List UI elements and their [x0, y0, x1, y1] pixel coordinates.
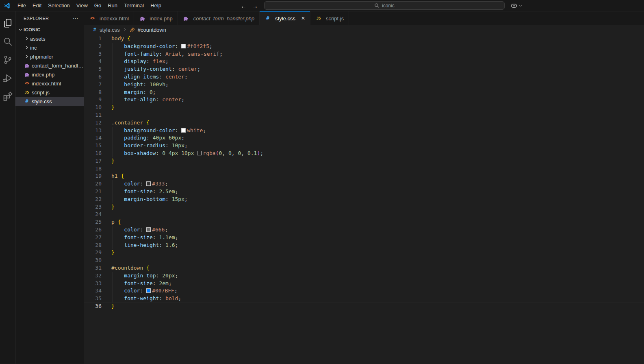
code-editor[interactable]: 1body {2 background-color: #f0f2f5;3 fon…	[84, 34, 644, 364]
activity-explorer[interactable]	[0, 14, 15, 32]
code-line: 13 background-color: white;	[84, 127, 644, 135]
code-line: 20 color: #333;	[84, 180, 644, 188]
tab-style-css[interactable]: #style.css✕	[260, 11, 310, 25]
line-content: }	[111, 104, 115, 111]
code-line: 4 display: flex;	[84, 58, 644, 65]
sidebar-file-index-php[interactable]: index.php	[15, 70, 84, 79]
menu-go[interactable]: Go	[91, 0, 104, 11]
copilot-icon	[511, 2, 517, 9]
php-elephant-icon	[24, 72, 30, 78]
menu-help[interactable]: Help	[147, 0, 165, 11]
color-swatch[interactable]	[146, 227, 151, 232]
file-tree: assetsincphpmailercontact_form_handler..…	[15, 34, 84, 106]
line-number: 18	[84, 165, 102, 173]
color-swatch[interactable]	[181, 44, 186, 48]
html-file-icon: <>	[24, 81, 30, 85]
sidebar-file-script-js[interactable]: JSscript.js	[15, 88, 84, 97]
line-number: 7	[84, 81, 102, 89]
command-center-text: iconic	[382, 3, 395, 9]
chevron-down-icon	[518, 4, 523, 8]
indent-guide	[113, 180, 113, 203]
close-tab-icon[interactable]: ✕	[301, 15, 305, 21]
tab-script-js[interactable]: JSscript.js	[310, 11, 349, 25]
line-content: text-align: center;	[111, 96, 184, 104]
line-content: color: #333;	[111, 180, 168, 188]
activity-bar	[0, 11, 15, 364]
file-label: indexxx.html	[32, 81, 61, 87]
line-number: 13	[84, 127, 102, 135]
tab-indexxx-html[interactable]: <>indexxx.html	[84, 11, 134, 25]
line-number: 6	[84, 73, 102, 81]
more-actions-icon[interactable]: ⋯	[73, 15, 79, 22]
sidebar-folder-phpmailer[interactable]: phpmailer	[15, 52, 84, 61]
line-content: #countdown {	[111, 264, 150, 272]
command-center-search[interactable]: iconic	[264, 1, 505, 10]
line-number: 32	[84, 272, 102, 280]
line-content: padding: 40px 60px;	[111, 134, 184, 142]
menu-terminal[interactable]: Terminal	[121, 0, 147, 11]
line-content: body {	[111, 35, 130, 43]
forward-arrow-icon[interactable]: →	[252, 2, 258, 9]
tab-label: style.css	[275, 15, 295, 22]
color-swatch[interactable]	[181, 128, 186, 133]
code-line: 34 color: #007BFF;	[84, 287, 644, 295]
copilot-button[interactable]	[511, 0, 523, 11]
sidebar-root-folder[interactable]: ICONIC	[15, 25, 84, 34]
color-swatch[interactable]	[146, 181, 151, 186]
color-swatch[interactable]	[197, 151, 202, 155]
activity-source-control[interactable]	[0, 50, 15, 69]
files-icon	[3, 18, 13, 28]
history-navigation: ← →	[241, 0, 258, 11]
file-label: index.php	[32, 72, 54, 78]
php-elephant-icon	[24, 63, 30, 69]
css-file-icon: #	[91, 27, 98, 32]
sidebar-folder-inc[interactable]: inc	[15, 43, 84, 52]
line-number: 30	[84, 257, 102, 264]
code-line: 5 justify-content: center;	[84, 65, 644, 73]
menu-file[interactable]: File	[14, 0, 29, 11]
tab-strip: <>indexxx.htmlindex.phpcontact_form_hand…	[84, 11, 644, 25]
line-number: 8	[84, 89, 102, 96]
line-content: }	[111, 157, 115, 165]
menu-selection[interactable]: Selection	[45, 0, 73, 11]
sidebar-file-style-css[interactable]: #style.css	[15, 97, 84, 106]
line-content: align-items: center;	[111, 73, 188, 81]
line-content: font-size: 2em;	[111, 280, 172, 288]
back-arrow-icon[interactable]: ←	[241, 2, 247, 9]
menu-edit[interactable]: Edit	[29, 0, 45, 11]
sidebar-file-indexxx-html[interactable]: <>indexxx.html	[15, 79, 84, 88]
explorer-sidebar: EXPLORER ⋯ ICONIC assetsincphpmailercont…	[15, 11, 84, 364]
line-content: background-color: #f0f2f5;	[111, 43, 212, 50]
activity-search[interactable]	[0, 32, 15, 50]
breadcrumb-file[interactable]: style.css	[100, 27, 120, 33]
breadcrumb-symbol[interactable]: #countdown	[138, 27, 166, 33]
sidebar-file-contact-form-handler-[interactable]: contact_form_handler...	[15, 61, 84, 70]
root-folder-label: ICONIC	[24, 27, 40, 32]
code-line: 22 margin-bottom: 15px;	[84, 196, 644, 203]
code-line: 32 margin-top: 20px;	[84, 272, 644, 280]
menu-bar: FileEditSelectionViewGoRunTerminalHelp	[14, 0, 165, 11]
line-number: 3	[84, 50, 102, 58]
line-content: border-radius: 10px;	[111, 142, 188, 150]
css-file-icon: #	[24, 99, 30, 104]
line-number: 19	[84, 172, 102, 180]
line-content: box-shadow: 0 4px 10px rgba(0, 0, 0, 0.1…	[111, 150, 263, 157]
activity-extensions[interactable]	[0, 87, 15, 105]
tab-contact-form-handler-php[interactable]: contact_form_handler.php	[178, 11, 260, 25]
line-number: 11	[84, 111, 102, 119]
css-rule-symbol-icon	[130, 27, 135, 33]
extensions-icon	[3, 92, 13, 101]
code-line: 35 font-weight: bold;	[84, 295, 644, 303]
menu-view[interactable]: View	[73, 0, 91, 11]
tab-index-php[interactable]: index.php	[134, 11, 178, 25]
title-bar: FileEditSelectionViewGoRunTerminalHelp ←…	[0, 0, 644, 11]
line-content: font-weight: bold;	[111, 295, 181, 303]
menu-run[interactable]: Run	[104, 0, 121, 11]
activity-run-debug[interactable]	[0, 69, 15, 87]
code-line: 18	[84, 165, 644, 173]
js-file-icon: JS	[24, 91, 30, 94]
sidebar-folder-assets[interactable]: assets	[15, 34, 84, 43]
color-swatch[interactable]	[146, 288, 151, 293]
code-line: 27 font-size: 1.1em;	[84, 234, 644, 242]
file-label: phpmailer	[30, 54, 53, 60]
